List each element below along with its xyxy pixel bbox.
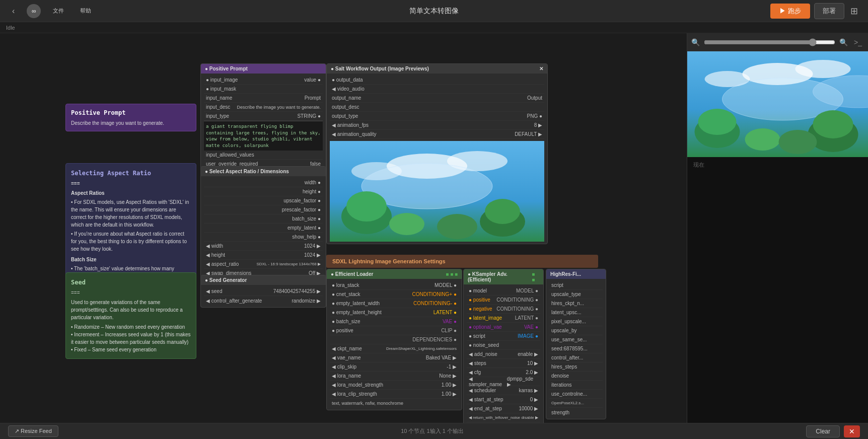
seed-row-seed: ◀ seed 748400425744255 ▶: [204, 287, 323, 296]
canvas-area[interactable]: Positive Prompt Describe the image you w…: [0, 33, 687, 423]
svg-point-19: [698, 109, 737, 135]
right-panel-toolbar: 🔍 🔍 >_: [687, 33, 868, 51]
svg-point-8: [485, 199, 520, 224]
ar-row-height-out: height ●: [204, 187, 323, 196]
salt-output-title: ● Salt Workflow Output (Image Previews): [331, 66, 429, 71]
menu-help[interactable]: 帮助: [76, 5, 95, 17]
main-area: Positive Prompt Describe the image you w…: [0, 33, 868, 423]
node-row-input-image: ● input_imagevalue ●: [204, 76, 323, 85]
now-label: 现在: [687, 157, 868, 173]
note-positive-prompt: Positive Prompt Describe the image you w…: [65, 104, 196, 131]
ksampler-header: ● KSampler Adv. (Efficient) ■ ■: [464, 269, 543, 284]
menu-file[interactable]: 文件: [49, 5, 68, 17]
svg-point-13: [795, 60, 851, 78]
seed-row-control: ◀ control_after_generate randomize ▶: [204, 296, 323, 305]
stats-text: 10 个节点 1输入 1 个输出: [401, 427, 464, 435]
note-seed-title: Seed: [71, 278, 191, 287]
salt-output-node: ● Salt Workflow Output (Image Previews) …: [326, 63, 548, 244]
bottom-bar: ↗ Resize Feed 10 个节点 1输入 1 个输出 Clear ✕: [0, 423, 868, 439]
ar-row-width-out: width ●: [204, 178, 323, 187]
close-button[interactable]: ✕: [844, 425, 860, 437]
resize-feed-button[interactable]: ↗ Resize Feed: [8, 425, 58, 437]
svg-point-21: [779, 130, 817, 154]
note-aspect-title: Selecting Aspect Ratio: [71, 169, 191, 178]
efficient-loader-node: ● Efficient Loader ■ ■ ■ ● lora_stackMOD…: [326, 269, 462, 410]
zoom-slider[interactable]: [704, 38, 835, 46]
search-icon[interactable]: 🔍: [691, 38, 700, 46]
grid-icon-button[interactable]: ⊞: [848, 4, 860, 19]
el-row-deps: DEPENDENCIES ●: [330, 335, 459, 344]
el-row-vae: ◀ vae_nameBaked VAE ▶: [330, 353, 459, 362]
ar-row-aspect-in: ◀ aspect_ratioSDXL - 16:9 landscape 1344…: [204, 260, 323, 269]
console-icon[interactable]: >_: [852, 36, 864, 48]
node-row-input-desc: input_descDescribe the image you want to…: [204, 103, 323, 112]
salt-row-anim-quality: ◀ animation_qualityDEFAULT ▶: [330, 130, 544, 139]
note-seed: Seed === Used to generate variations of …: [65, 272, 196, 359]
bottom-right: Clear ✕: [806, 425, 860, 437]
seed-generator-header: ● Seed Generator: [201, 275, 326, 285]
logo-icon: ∞: [27, 4, 41, 18]
deploy-button[interactable]: 部署: [814, 3, 844, 19]
el-row-batch: ● batch_sizeVAE ●: [330, 317, 459, 326]
el-row-lora-model: ◀ lora_model_strength1.00 ▶: [330, 381, 459, 390]
topbar-right: ▶ 跑步 部署 ⊞: [770, 3, 860, 19]
status-text: Idle: [6, 25, 15, 31]
highres-body: script upscale_type hires_ckpt_n... late…: [546, 279, 606, 419]
note-seed-body: === Used to generate variations of the s…: [71, 289, 191, 353]
prompt-text: a giant transparent flying blimp contain…: [204, 121, 323, 151]
efficient-loader-header: ● Efficient Loader ■ ■ ■: [327, 269, 462, 279]
note-positive-title: Positive Prompt: [71, 108, 191, 117]
salt-output-header: ● Salt Workflow Output (Image Previews) …: [327, 64, 547, 74]
seed-generator-body: ◀ seed 748400425744255 ▶ ◀ control_after…: [201, 285, 326, 307]
salt-row-anim-fps: ◀ animation_fps8 ▶: [330, 121, 544, 130]
back-button[interactable]: ‹: [8, 5, 19, 18]
node-row-input-type: input_typeSTRING ●: [204, 112, 323, 121]
highres-fix-node: HighRes-Fi... script upscale_type hires_…: [546, 269, 606, 419]
node-row-allowed: input_allowed_values: [204, 151, 323, 160]
page-title: 简单文本转图像: [409, 7, 459, 16]
ar-row-upscale-out: upscale_factor ●: [204, 196, 323, 205]
run-button[interactable]: ▶ 跑步: [770, 4, 810, 19]
ar-row-height-in: ◀ height1024 ▶: [204, 251, 323, 260]
svg-point-10: [437, 214, 477, 239]
right-panel: 🔍 🔍 >_: [687, 33, 868, 423]
topbar-left: ‹ ∞ 文件 帮助: [8, 4, 95, 18]
el-row-positive: ● positiveCLIP ●: [330, 326, 459, 335]
el-row-clip-skip: ◀ clip_skip-1 ▶: [330, 362, 459, 372]
salt-row-video-audio: ◀ video_audio: [330, 85, 544, 94]
ar-row-batch-out: batch_size ●: [204, 214, 323, 224]
highres-header: HighRes-Fi...: [546, 269, 606, 279]
el-row-ckpt: ◀ ckpt_nameDreamShaperXL_Lightning.safet…: [330, 344, 459, 353]
salt-row-output-data: ● output_data: [330, 76, 544, 85]
ar-row-empty-out: empty_latent ●: [204, 224, 323, 233]
el-row-empty-h: ● empty_latent_heightLATENT ●: [330, 308, 459, 317]
zoom-in-icon[interactable]: 🔍: [839, 38, 848, 46]
right-preview-image: [687, 51, 868, 157]
select-aspect-header: ● Select Aspect Ratio / Dimensions: [201, 167, 326, 176]
node-row-input-mask: ● input_mask: [204, 85, 323, 94]
svg-point-9: [389, 213, 424, 235]
clear-button[interactable]: Clear: [806, 425, 840, 437]
ksampler-body: ● modelMODEL ● ● positiveCONDITIONING ● …: [464, 284, 543, 423]
image-preview-area: [330, 141, 544, 242]
efficient-loader-body: ● lora_stackMODEL ● ● cnet_stackCONDITIO…: [327, 279, 462, 410]
note-positive-body: Describe the image you want to generate.: [71, 119, 191, 127]
node-row-input-name: input_namePrompt: [204, 94, 323, 103]
el-row-empty-w: ● empty_latent_widthCONDITIONING- ●: [330, 299, 459, 308]
salt-row-output-desc: output_desc: [330, 103, 544, 112]
el-row-cnet: ● cnet_stackCONDITIONING+ ●: [330, 290, 459, 299]
ar-row-prescale-out: prescale_factor ●: [204, 205, 323, 214]
el-row-lora-name: ◀ lora_nameNone ▶: [330, 372, 459, 381]
el-row-negative: text, watermark, nsfw, monochrome: [330, 399, 459, 408]
topbar: ‹ ∞ 文件 帮助 简单文本转图像 ▶ 跑步 部署 ⊞: [0, 0, 868, 22]
statusbar: Idle: [0, 22, 868, 33]
ksampler-node: ● KSampler Adv. (Efficient) ■ ■ ● modelM…: [463, 269, 544, 423]
right-panel-image-area: 现在: [687, 51, 868, 423]
svg-point-17: [813, 110, 853, 138]
svg-point-20: [745, 128, 780, 151]
salt-output-body: ● output_data ◀ video_audio output_nameO…: [327, 74, 547, 244]
seed-generator-node: ● Seed Generator ◀ seed 748400425744255 …: [200, 275, 326, 308]
ar-row-width-in: ◀ width1024 ▶: [204, 242, 323, 251]
salt-row-output-name: output_nameOutput: [330, 94, 544, 103]
svg-point-6: [346, 191, 387, 222]
